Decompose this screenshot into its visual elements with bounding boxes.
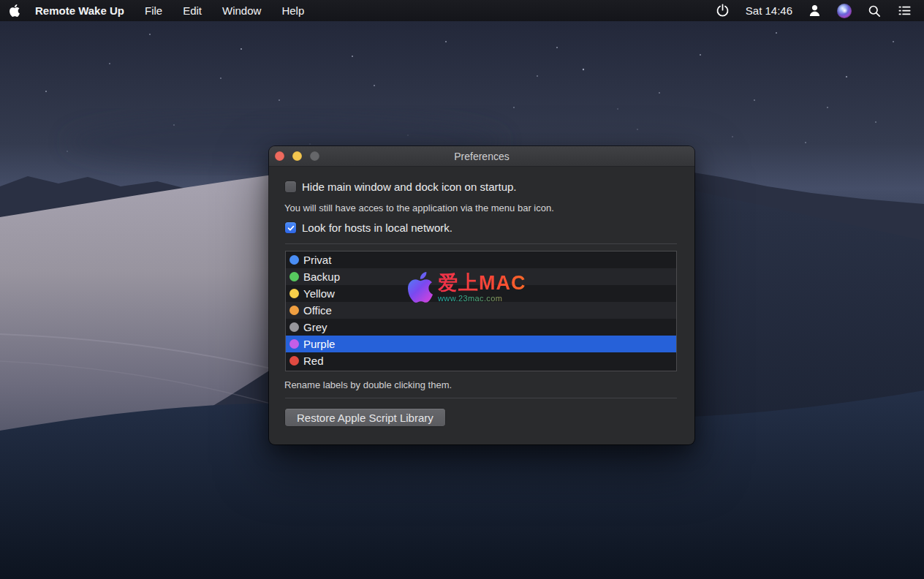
menubar-status-area: Sat 14:46 (715, 3, 912, 18)
checkbox-hosts[interactable] (285, 222, 296, 233)
label-name: Privat (303, 254, 331, 266)
close-button[interactable] (275, 151, 284, 161)
divider (285, 243, 677, 244)
label-name: Office (303, 304, 332, 317)
watermark-url: www.23mac.com (438, 294, 526, 303)
label-color-dot (289, 255, 299, 265)
label-color-dot (289, 356, 299, 366)
watermark-title: 爱上MAC (438, 272, 526, 294)
label-name: Purple (303, 338, 335, 350)
label-color-dot (289, 272, 299, 281)
window-titlebar[interactable]: Preferences (269, 146, 694, 167)
menu-window[interactable]: Window (222, 4, 261, 17)
divider (285, 398, 677, 398)
watermark-apple-icon (408, 272, 433, 303)
notification-list-icon[interactable] (897, 3, 912, 18)
rename-caption: Rename labels by double clicking them. (284, 379, 452, 390)
search-icon[interactable] (867, 4, 882, 18)
checkbox-hide[interactable] (285, 181, 296, 192)
siri-icon[interactable] (837, 4, 852, 18)
minimize-button[interactable] (292, 151, 302, 161)
list-row-privat[interactable]: Privat (286, 251, 676, 268)
apple-menu-icon[interactable] (10, 4, 20, 17)
watermark: 爱上MAC www.23mac.com (408, 272, 526, 303)
label-name: Yellow (303, 287, 335, 300)
menubar-clock[interactable]: Sat 14:46 (746, 4, 792, 17)
label-color-dot (289, 322, 299, 332)
restore-apple-script-library-button[interactable]: Restore Apple Script Library (285, 409, 445, 426)
zoom-button-disabled (310, 151, 319, 161)
menu-bar: Remote Wake Up FileEditWindowHelp Sat 14… (0, 0, 924, 21)
label-color-dot (289, 306, 299, 315)
checkbox-hide-label[interactable]: Hide main window and dock icon on startu… (302, 181, 517, 193)
list-row-grey[interactable]: Grey (286, 319, 676, 336)
menu-items: FileEditWindowHelp (124, 4, 304, 17)
window-title: Preferences (454, 151, 509, 162)
menu-help[interactable]: Help (281, 4, 304, 17)
labels-list: PrivatBackupYellowOfficeGreyPurpleRed (285, 251, 677, 371)
list-row-purple[interactable]: Purple (286, 336, 676, 352)
label-name: Red (303, 355, 324, 367)
list-row-red[interactable]: Red (286, 352, 676, 369)
menu-edit[interactable]: Edit (183, 4, 202, 17)
power-icon[interactable] (715, 3, 730, 18)
label-color-dot (289, 339, 299, 349)
list-row-office[interactable]: Office (286, 302, 676, 319)
hide-note-text: You will still have acces to the applica… (284, 203, 554, 213)
checkbox-hosts-label[interactable]: Look for hosts in local network. (302, 222, 452, 234)
label-name: Backup (303, 270, 340, 283)
menubar-app-name[interactable]: Remote Wake Up (35, 4, 124, 17)
label-name: Grey (303, 321, 327, 333)
user-icon[interactable] (808, 4, 822, 18)
label-color-dot (289, 289, 299, 298)
traffic-lights (275, 151, 319, 161)
menu-file[interactable]: File (145, 4, 162, 17)
